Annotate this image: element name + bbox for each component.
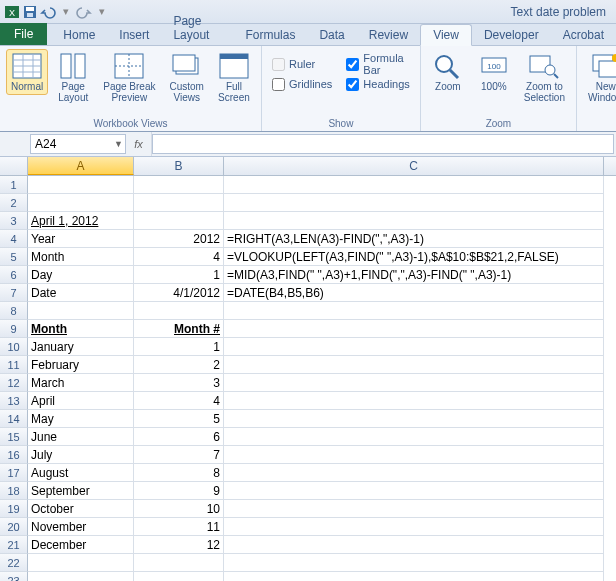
cell-C19[interactable] bbox=[224, 500, 604, 518]
worksheet[interactable]: A B C 123April 1, 20124Year2012=RIGHT(A3… bbox=[0, 157, 616, 581]
normal-view-button[interactable]: Normal bbox=[6, 49, 48, 95]
cell-A9[interactable]: Month bbox=[28, 320, 134, 338]
col-header-A[interactable]: A bbox=[28, 157, 134, 175]
full-screen-button[interactable]: Full Screen bbox=[213, 49, 255, 106]
cell-B8[interactable] bbox=[134, 302, 224, 320]
new-window-button[interactable]: New Window bbox=[583, 49, 616, 106]
col-header-B[interactable]: B bbox=[134, 157, 224, 175]
cell-C10[interactable] bbox=[224, 338, 604, 356]
cell-B12[interactable]: 3 bbox=[134, 374, 224, 392]
cell-A7[interactable]: Date bbox=[28, 284, 134, 302]
cell-C9[interactable] bbox=[224, 320, 604, 338]
cell-B14[interactable]: 5 bbox=[134, 410, 224, 428]
cell-C22[interactable] bbox=[224, 554, 604, 572]
cell-B9[interactable]: Month # bbox=[134, 320, 224, 338]
row-header-23[interactable]: 23 bbox=[0, 572, 28, 581]
cell-A10[interactable]: January bbox=[28, 338, 134, 356]
cell-B11[interactable]: 2 bbox=[134, 356, 224, 374]
row-header-14[interactable]: 14 bbox=[0, 410, 28, 428]
cell-B21[interactable]: 12 bbox=[134, 536, 224, 554]
tab-insert[interactable]: Insert bbox=[107, 25, 161, 45]
tab-formulas[interactable]: Formulas bbox=[233, 25, 307, 45]
cell-C12[interactable] bbox=[224, 374, 604, 392]
cell-A6[interactable]: Day bbox=[28, 266, 134, 284]
row-header-7[interactable]: 7 bbox=[0, 284, 28, 302]
tab-review[interactable]: Review bbox=[357, 25, 420, 45]
cell-A18[interactable]: September bbox=[28, 482, 134, 500]
cell-C8[interactable] bbox=[224, 302, 604, 320]
row-header-21[interactable]: 21 bbox=[0, 536, 28, 554]
cell-B13[interactable]: 4 bbox=[134, 392, 224, 410]
cell-B17[interactable]: 8 bbox=[134, 464, 224, 482]
cell-C11[interactable] bbox=[224, 356, 604, 374]
cell-A17[interactable]: August bbox=[28, 464, 134, 482]
custom-views-button[interactable]: Custom Views bbox=[165, 49, 209, 106]
select-all-corner[interactable] bbox=[0, 157, 28, 175]
row-header-4[interactable]: 4 bbox=[0, 230, 28, 248]
cell-A12[interactable]: March bbox=[28, 374, 134, 392]
zoom-button[interactable]: Zoom bbox=[427, 49, 469, 95]
tab-data[interactable]: Data bbox=[307, 25, 356, 45]
cell-C18[interactable] bbox=[224, 482, 604, 500]
col-header-C[interactable]: C bbox=[224, 157, 604, 175]
fx-icon[interactable]: fx bbox=[126, 132, 152, 156]
row-header-15[interactable]: 15 bbox=[0, 428, 28, 446]
tab-home[interactable]: Home bbox=[51, 25, 107, 45]
cell-C14[interactable] bbox=[224, 410, 604, 428]
cell-B16[interactable]: 7 bbox=[134, 446, 224, 464]
tab-acrobat[interactable]: Acrobat bbox=[551, 25, 616, 45]
row-header-3[interactable]: 3 bbox=[0, 212, 28, 230]
row-header-9[interactable]: 9 bbox=[0, 320, 28, 338]
cell-A1[interactable] bbox=[28, 176, 134, 194]
cell-A4[interactable]: Year bbox=[28, 230, 134, 248]
formula-bar-checkbox[interactable]: Formula Bar bbox=[346, 55, 409, 73]
cell-A23[interactable] bbox=[28, 572, 134, 581]
zoom-selection-button[interactable]: Zoom to Selection bbox=[519, 49, 570, 106]
undo-icon[interactable] bbox=[40, 4, 56, 20]
tab-developer[interactable]: Developer bbox=[472, 25, 551, 45]
row-header-17[interactable]: 17 bbox=[0, 464, 28, 482]
cell-B1[interactable] bbox=[134, 176, 224, 194]
name-box-dropdown-icon[interactable]: ▼ bbox=[114, 139, 123, 149]
cell-A22[interactable] bbox=[28, 554, 134, 572]
headings-checkbox[interactable]: Headings bbox=[346, 75, 409, 93]
redo-icon[interactable] bbox=[76, 4, 92, 20]
cell-B6[interactable]: 1 bbox=[134, 266, 224, 284]
cell-B5[interactable]: 4 bbox=[134, 248, 224, 266]
cell-A3[interactable]: April 1, 2012 bbox=[28, 212, 134, 230]
cell-A2[interactable] bbox=[28, 194, 134, 212]
cell-C7[interactable]: =DATE(B4,B5,B6) bbox=[224, 284, 604, 302]
row-header-20[interactable]: 20 bbox=[0, 518, 28, 536]
row-header-2[interactable]: 2 bbox=[0, 194, 28, 212]
ruler-checkbox[interactable]: Ruler bbox=[272, 55, 332, 73]
cell-C1[interactable] bbox=[224, 176, 604, 194]
cell-C16[interactable] bbox=[224, 446, 604, 464]
row-header-1[interactable]: 1 bbox=[0, 176, 28, 194]
cell-B7[interactable]: 4/1/2012 bbox=[134, 284, 224, 302]
cell-A14[interactable]: May bbox=[28, 410, 134, 428]
cell-C13[interactable] bbox=[224, 392, 604, 410]
cell-B4[interactable]: 2012 bbox=[134, 230, 224, 248]
cell-A11[interactable]: February bbox=[28, 356, 134, 374]
cell-A21[interactable]: December bbox=[28, 536, 134, 554]
cell-A20[interactable]: November bbox=[28, 518, 134, 536]
cell-C15[interactable] bbox=[224, 428, 604, 446]
row-header-6[interactable]: 6 bbox=[0, 266, 28, 284]
cell-B2[interactable] bbox=[134, 194, 224, 212]
row-header-11[interactable]: 11 bbox=[0, 356, 28, 374]
page-layout-button[interactable]: Page Layout bbox=[52, 49, 94, 106]
cell-C3[interactable] bbox=[224, 212, 604, 230]
cell-C23[interactable] bbox=[224, 572, 604, 581]
zoom-100-button[interactable]: 100 100% bbox=[473, 49, 515, 95]
cell-C5[interactable]: =VLOOKUP(LEFT(A3,FIND(" ",A3)-1),$A$10:$… bbox=[224, 248, 604, 266]
gridlines-checkbox[interactable]: Gridlines bbox=[272, 75, 332, 93]
row-header-18[interactable]: 18 bbox=[0, 482, 28, 500]
formula-input[interactable] bbox=[152, 134, 614, 154]
save-icon[interactable] bbox=[22, 4, 38, 20]
row-header-12[interactable]: 12 bbox=[0, 374, 28, 392]
cell-A15[interactable]: June bbox=[28, 428, 134, 446]
cell-B18[interactable]: 9 bbox=[134, 482, 224, 500]
name-box[interactable]: A24 ▼ bbox=[30, 134, 126, 154]
row-header-5[interactable]: 5 bbox=[0, 248, 28, 266]
cell-A5[interactable]: Month bbox=[28, 248, 134, 266]
